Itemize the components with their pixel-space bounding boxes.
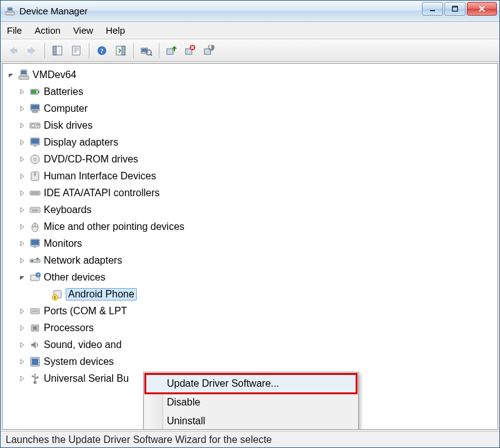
display-adapters-icon [29,136,41,149]
context-menu-item[interactable]: Uninstall [146,412,356,430]
tree-node-network[interactable]: Network adapters [2,252,498,269]
expander-icon[interactable] [18,340,28,350]
window-title: Device Manager [19,6,88,16]
expander-icon[interactable] [18,256,28,266]
uninstall-button[interactable] [182,42,199,59]
expander-icon[interactable] [18,374,28,384]
svg-rect-55 [31,209,32,210]
expander-icon[interactable] [18,222,28,232]
svg-rect-9 [28,49,31,52]
tree-node-computer[interactable]: Computer [2,100,498,117]
device-manager-window: Device Manager File Action View Help [0,0,500,448]
svg-rect-11 [53,46,56,55]
tree-node-label: Monitors [44,238,82,249]
tree-node-ports[interactable]: Ports (COM & LPT [2,302,498,319]
expander-icon[interactable] [18,87,28,97]
hid-icon [29,170,41,182]
disable-button[interactable] [201,42,218,59]
tree-node-other-devices[interactable]: ? Other devices [2,269,498,286]
expander-icon[interactable] [18,171,28,181]
menu-action[interactable]: Action [34,25,61,36]
tree-node-android-phone[interactable]: ! Android Phone [2,286,498,302]
maximize-button[interactable] [444,2,466,16]
svg-rect-33 [21,71,26,74]
svg-rect-54 [30,207,40,212]
scan-hardware-button[interactable] [138,42,155,59]
svg-point-41 [32,124,35,127]
tree-node-mice[interactable]: Mice and other pointing devices [2,218,498,235]
close-button[interactable] [467,2,497,16]
device-warning-icon: ! [51,288,64,301]
ports-icon [29,305,41,317]
svg-text:!: ! [54,296,56,300]
tree-node-dvd-cdrom[interactable]: DVD/CD-ROM drives [2,151,498,167]
help-button[interactable]: ? [93,42,111,59]
update-driver-button[interactable] [163,42,181,59]
expander-icon[interactable] [18,188,28,198]
computer-icon [29,102,41,115]
context-menu: Update Driver Software...DisableUninstal… [143,372,359,430]
svg-rect-19 [122,46,125,55]
tree-node-label: Display adapters [44,137,118,148]
disk-drives-icon [29,119,41,132]
expander-spacer [40,289,50,299]
tree-node-label: Other devices [44,272,106,283]
expander-icon[interactable] [18,272,28,282]
tree-root-node[interactable]: VMDev64 [2,66,498,83]
tree-node-label: Processors [44,322,94,334]
tree-node-batteries[interactable]: Batteries [2,83,498,100]
app-icon [4,6,16,17]
tree-node-hid[interactable]: Human Interface Devices [2,167,498,184]
svg-rect-45 [34,145,36,147]
properties-button[interactable] [68,42,85,59]
toolbar: ? [1,39,499,62]
menubar: File Action View Help [1,22,499,39]
svg-text:?: ? [37,273,39,277]
context-menu-item[interactable]: Update Driver Software... [146,374,356,393]
tree-node-display-adapters[interactable]: Display adapters [2,134,498,151]
expander-icon[interactable] [18,205,28,215]
menu-file[interactable]: File [7,25,22,36]
tree-node-label: Mice and other pointing devices [44,221,184,232]
tree-node-label: System devices [44,356,114,367]
svg-rect-94 [37,376,39,378]
svg-rect-44 [31,139,39,144]
tree-node-label: Ports (COM & LPT [44,306,127,317]
svg-point-78 [32,311,34,312]
tree-node-label: Human Interface Devices [44,171,156,182]
menu-help[interactable]: Help [106,25,125,36]
batteries-icon [29,86,41,98]
expander-icon[interactable] [6,70,16,80]
expander-icon[interactable] [18,306,28,316]
window-controls [421,2,497,16]
tree-node-keyboards[interactable]: Keyboards [2,201,498,218]
expander-icon[interactable] [18,239,28,249]
action-pane-button[interactable] [112,42,129,59]
dvd-cdrom-icon [29,153,41,166]
svg-rect-56 [33,209,34,210]
ide-icon [29,187,41,199]
expander-icon[interactable] [18,104,28,114]
tree-node-sound[interactable]: Sound, video and [2,336,498,353]
network-icon [29,254,41,267]
expander-icon[interactable] [18,357,28,367]
tree-node-monitors[interactable]: Monitors [2,235,498,252]
system-icon [29,356,41,368]
tree-node-disk-drives[interactable]: Disk drives [2,117,498,134]
minimize-button[interactable] [422,2,443,16]
tree-node-label: IDE ATA/ATAPI controllers [44,187,160,199]
svg-rect-60 [32,210,38,211]
expander-icon[interactable] [18,121,28,131]
expander-icon[interactable] [18,323,28,333]
device-tree[interactable]: VMDev64 Batteries Computer Disk drives D… [2,63,498,430]
context-menu-item[interactable]: Disable [146,393,356,412]
tree-node-ide[interactable]: IDE ATA/ATAPI controllers [2,184,498,201]
expander-icon[interactable] [18,137,28,147]
tree-node-processors[interactable]: Processors [2,319,498,336]
svg-rect-58 [36,209,38,210]
expander-icon[interactable] [18,154,28,164]
tree-node-system[interactable]: System devices [2,353,498,370]
tree-node-label: Network adapters [44,255,122,266]
menu-view[interactable]: View [73,25,93,36]
show-console-tree-button[interactable] [49,42,66,59]
